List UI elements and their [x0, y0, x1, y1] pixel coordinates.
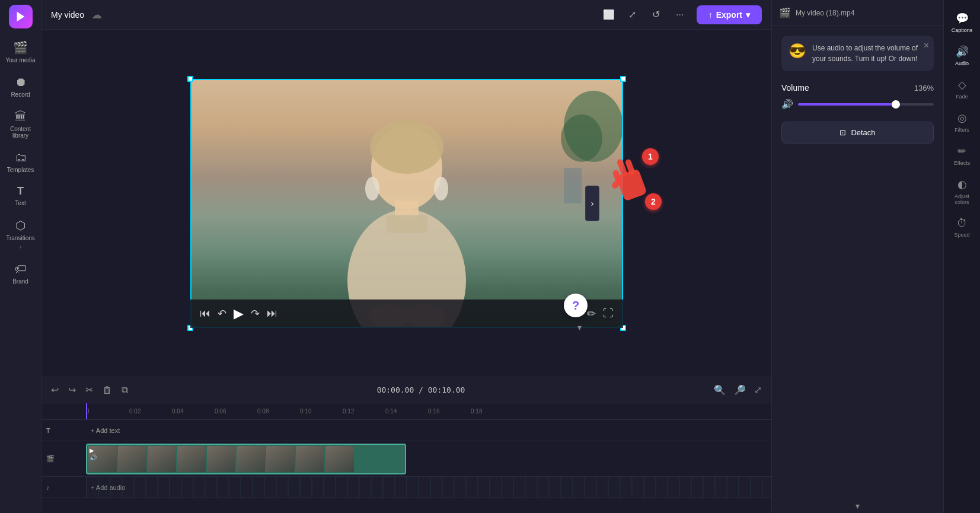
audio-track-content: + Add audio — [86, 477, 771, 498]
video-track-icon: 🎬 — [46, 455, 55, 463]
video-preview[interactable]: ⏮ ↶ ▶ ↷ ⏭ ✏ ⛶ — [190, 79, 623, 328]
sidebar-item-text[interactable]: T Text — [2, 180, 39, 211]
right-tools-sidebar: 💬 Captions 🔊 Audio ◇ Fade ◎ Filters ✏ Ef… — [943, 0, 980, 513]
play-button[interactable]: ▶ — [234, 306, 244, 321]
skip-to-end-button[interactable]: ⏭ — [267, 307, 277, 320]
sidebar-item-label: Transitions — [6, 235, 35, 241]
video-track-row: 🎬 ▶ 🔊 — [42, 441, 771, 477]
undo-button[interactable]: ↩ — [49, 382, 61, 398]
fade-tool[interactable]: ◇ Fade — [946, 74, 978, 104]
detach-button[interactable]: ⊡ Detach — [781, 122, 934, 144]
panel-collapse-chevron[interactable]: ▾ — [853, 499, 862, 513]
fit-timeline-button[interactable]: ⤢ — [752, 382, 764, 398]
collapse-button[interactable]: ▾ — [577, 323, 582, 332]
adjust-colors-tool[interactable]: ◐ Adjust colors — [946, 173, 978, 210]
ruler-mark-14: 0:14 — [385, 408, 397, 415]
sidebar-item-label: Brand — [12, 278, 28, 285]
skip-to-start-button[interactable]: ⏮ — [200, 307, 210, 320]
add-audio-label: + Add audio — [91, 484, 125, 491]
crop-tool-button[interactable]: ⬜ — [599, 5, 618, 24]
captions-tool[interactable]: 💬 Captions — [946, 7, 978, 38]
captions-label: Captions — [952, 27, 973, 33]
sidebar-item-label: Your media — [5, 57, 35, 63]
annotation-button[interactable]: ✏ — [587, 307, 596, 320]
rotate-tool-button[interactable]: ↺ — [647, 5, 666, 24]
sidebar-item-your-media[interactable]: 🎬 Your media — [2, 36, 39, 68]
effects-tool[interactable]: ✏ Effects — [946, 140, 978, 171]
top-bar: My video ☁ ⬜ ⤢ ↺ ··· ↑ Export ▾ — [42, 0, 771, 30]
toolbar-icons: ⬜ ⤢ ↺ ··· — [599, 5, 689, 24]
timeline: ↩ ↪ ✂ 🗑 ⧉ 00:00.00 / 00:10.00 🔍 🔎 ⤢ 0 0:… — [42, 377, 771, 513]
ruler-mark-2: 0:02 — [129, 408, 141, 415]
sidebar-item-templates[interactable]: 🗂 Templates — [2, 146, 39, 178]
export-label: Export — [716, 10, 742, 20]
filters-tool[interactable]: ◎ Filters — [946, 107, 978, 138]
mute-icon[interactable]: 🔊 — [781, 98, 793, 110]
step-badge-2: 2 — [645, 193, 662, 210]
clip-thumbnail — [118, 446, 146, 472]
playhead[interactable] — [86, 403, 87, 419]
left-sidebar: 🎬 Your media ⏺ Record 🏛 Content library … — [0, 0, 42, 513]
fade-icon: ◇ — [958, 78, 966, 91]
detach-label: Detach — [851, 128, 875, 137]
speed-icon: ⏱ — [957, 217, 968, 230]
help-button[interactable]: ? — [564, 294, 588, 317]
rewind-button[interactable]: ↶ — [218, 307, 226, 320]
detach-icon: ⊡ — [839, 128, 846, 137]
tooltip-emoji: 😎 — [789, 43, 806, 59]
audio-label: Audio — [955, 60, 969, 66]
sidebar-item-label: Templates — [7, 167, 34, 173]
project-title: My video — [51, 10, 84, 20]
redo-button[interactable]: ↪ — [66, 382, 78, 398]
templates-icon: 🗂 — [15, 151, 27, 164]
cloud-save-icon[interactable]: ☁ — [91, 8, 102, 21]
audio-track-icon: ♪ — [46, 484, 50, 491]
sidebar-item-record[interactable]: ⏺ Record — [2, 71, 39, 103]
sidebar-item-label: Record — [11, 91, 30, 98]
ruler-mark-10: 0:10 — [300, 408, 311, 415]
sidebar-item-brand[interactable]: 🏷 Brand — [2, 257, 39, 289]
resize-handle-tr[interactable] — [620, 76, 626, 82]
more-options-button[interactable]: ··· — [671, 5, 689, 24]
clip-thumbnail — [325, 446, 354, 472]
volume-label: Volume — [781, 83, 809, 93]
export-button[interactable]: ↑ Export ▾ — [697, 5, 762, 24]
volume-slider[interactable] — [798, 103, 934, 106]
timeline-toolbar: ↩ ↪ ✂ 🗑 ⧉ 00:00.00 / 00:10.00 🔍 🔎 ⤢ — [42, 377, 771, 403]
volume-slider-row: 🔊 — [781, 98, 934, 110]
cut-button[interactable]: ✂ — [83, 382, 95, 398]
volume-thumb[interactable] — [892, 100, 900, 109]
svg-marker-0 — [17, 12, 24, 22]
duplicate-button[interactable]: ⧉ — [119, 383, 130, 398]
sidebar-item-transitions[interactable]: ⬡ Transitions › — [2, 214, 39, 255]
video-preview-container: ⏮ ↶ ▶ ↷ ⏭ ✏ ⛶ 16:9 › ? ▾ — [42, 30, 771, 377]
ruler-mark-18: 0:18 — [471, 408, 482, 415]
fit-tool-button[interactable]: ⤢ — [623, 5, 642, 24]
step-badge-1: 1 — [642, 148, 659, 165]
badge-2-label: 2 — [651, 197, 656, 206]
volume-value: 136% — [914, 84, 934, 93]
svg-point-11 — [561, 114, 602, 162]
audio-track-row: ♪ + Add audio — [42, 477, 771, 498]
speed-tool[interactable]: ⏱ Speed — [946, 212, 978, 243]
zoom-in-button[interactable]: 🔎 — [732, 382, 748, 398]
filters-label: Filters — [955, 127, 969, 133]
video-clip[interactable]: ▶ 🔊 — [86, 444, 406, 474]
resize-handle-tl[interactable] — [187, 76, 193, 82]
audio-icon: 🔊 — [956, 45, 969, 58]
zoom-out-button[interactable]: 🔍 — [711, 382, 728, 398]
file-name: My video (18).mp4 — [796, 9, 854, 17]
badge-1-label: 1 — [648, 152, 653, 161]
close-tooltip-button[interactable]: × — [924, 40, 929, 51]
text-track-content: + Add text + Add text — [86, 420, 771, 441]
sidebar-item-content-library[interactable]: 🏛 Content library — [2, 105, 39, 144]
app-logo[interactable] — [9, 5, 33, 28]
delete-button[interactable]: 🗑 — [100, 383, 114, 398]
video-track-content[interactable]: ▶ 🔊 — [86, 441, 771, 476]
audio-tool[interactable]: 🔊 Audio — [946, 40, 978, 71]
fast-forward-button[interactable]: ↷ — [251, 307, 260, 320]
svg-point-3 — [370, 120, 443, 174]
fullscreen-button[interactable]: ⛶ — [603, 307, 614, 320]
audio-tooltip: 😎 Use audio to adjust the volume of your… — [781, 36, 934, 71]
expand-panel-button[interactable]: › — [585, 186, 599, 221]
